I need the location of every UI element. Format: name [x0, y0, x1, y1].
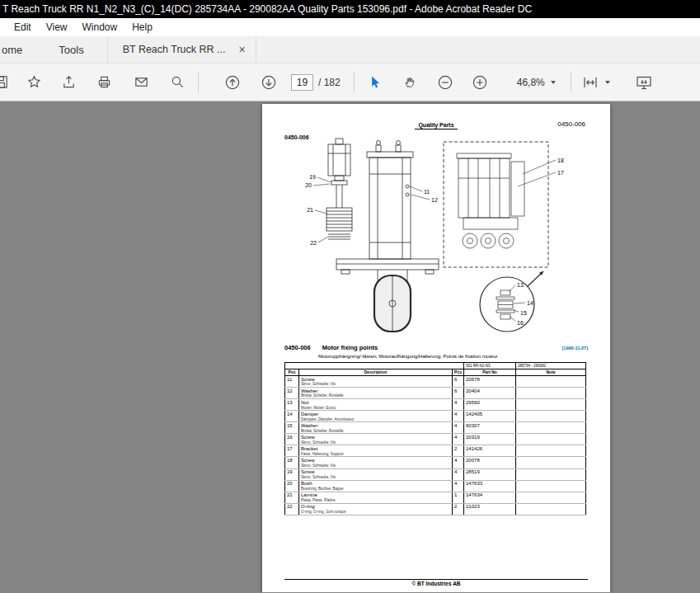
scroll-mode-icon: [635, 74, 653, 91]
cell-note: [516, 422, 586, 434]
cell-qty: 4: [453, 422, 464, 434]
zoom-level-value: 46,8%: [517, 77, 545, 88]
favorites-button[interactable]: [25, 73, 43, 92]
toolbar-separator: [354, 72, 355, 92]
cell-description: O-ringO-ring; O-ring; Joint torique: [299, 503, 453, 515]
save-icon: [0, 74, 9, 90]
scroll-mode-button[interactable]: [635, 73, 653, 92]
toolbar: 19 / 182 46,8%: [0, 64, 700, 101]
cell-pos: 17: [285, 445, 299, 457]
cell-qty: 4: [453, 411, 464, 422]
cell-note: [516, 503, 586, 515]
cell-pos: 13: [285, 399, 299, 411]
cell-pos: 21: [285, 492, 299, 503]
previous-page-button[interactable]: [223, 73, 242, 92]
cell-qty: 6: [453, 388, 464, 399]
menu-view[interactable]: View: [39, 21, 75, 33]
pointer-icon: [367, 74, 383, 90]
callout-19: 19: [309, 174, 316, 180]
cell-description: ScrewSkruv; Schraube; Vis: [299, 457, 453, 468]
zoom-in-button[interactable]: [471, 73, 489, 92]
diagram-motor: [336, 141, 439, 332]
cell-qty: 4: [453, 468, 464, 480]
menu-help[interactable]: Help: [124, 21, 160, 33]
menu-edit[interactable]: Edit: [7, 21, 39, 33]
cell-description: ScrewSkruv; Schraube; Vis: [299, 468, 453, 480]
parts-diagram: 19 20 21 22 11 12 18 17 13 14 15 16: [262, 137, 610, 343]
tab-document-label: BT Reach Truck RR ...: [123, 44, 226, 55]
callout-11: 11: [424, 189, 430, 195]
cell-pos: 22: [285, 503, 299, 515]
star-icon: [26, 74, 42, 90]
col-part: Part No: [464, 369, 516, 376]
cell-qty: 2: [453, 445, 464, 457]
page-number-input[interactable]: 19: [291, 74, 313, 91]
table-row: 16 ScrewSkruv; Schraube; Vis 4 20319: [285, 434, 586, 445]
tab-bar: ome Tools BT Reach Truck RR ... ×: [0, 36, 700, 64]
share-button[interactable]: [59, 73, 78, 92]
zoom-out-button[interactable]: [436, 73, 454, 92]
table-header-row: Pos Description Pcs Part No Note: [285, 369, 586, 376]
cell-pos: 20: [285, 480, 299, 492]
tab-home[interactable]: ome: [0, 36, 35, 63]
callout-15: 15: [520, 310, 527, 316]
cell-part-no: 20078: [464, 457, 516, 468]
section-date: [1996-11-27]: [562, 346, 589, 351]
cell-note: [516, 457, 586, 468]
cell-description: NutMutter; Mutter; Ecrou: [299, 399, 453, 411]
callout-12: 12: [431, 197, 438, 203]
section-heading: 0450-006 Motor fixing points [1996-11-27…: [284, 344, 588, 351]
print-button[interactable]: [95, 73, 113, 92]
window-title-bar: T Reach Truck RR N1_N2_N3_(C)_14(DC) 285…: [0, 0, 700, 18]
cell-description: ScrewSkruv; Schraube; Vis: [299, 434, 453, 445]
cell-part-no: 142405: [464, 411, 516, 422]
table-row: 20 BushBussning; Buchse; Bague 4 147633: [285, 480, 586, 492]
cell-note: [516, 492, 586, 503]
chevron-down-icon: [605, 81, 610, 84]
table-model-code: 301 RR N1-N3: [464, 363, 516, 369]
save-button[interactable]: [0, 73, 10, 92]
cell-pos: 14: [285, 411, 299, 422]
cell-qty: 1: [453, 492, 464, 503]
menu-window[interactable]: Window: [74, 21, 124, 33]
chevron-down-icon: [551, 81, 556, 84]
table-row: 12 WasherBricka; Scheibe; Rondelle 6 204…: [285, 388, 586, 399]
cell-part-no: 20578: [464, 376, 516, 388]
next-page-button[interactable]: [260, 73, 278, 92]
tab-tools[interactable]: Tools: [35, 36, 106, 63]
close-icon[interactable]: ×: [238, 44, 245, 55]
email-button[interactable]: [132, 73, 150, 92]
cell-pos: 15: [285, 422, 299, 434]
cell-part-no: 147634: [464, 492, 516, 503]
cell-part-no: 60307: [464, 422, 516, 434]
cell-note: [516, 376, 586, 388]
cell-description: ScrewSkruv; Schraube; Vis: [299, 376, 453, 388]
document-canvas[interactable]: Quality Parts 0450-006 0450-006: [0, 101, 700, 592]
cell-part-no: 20319: [464, 434, 516, 445]
select-tool-button[interactable]: [366, 73, 384, 92]
callout-14: 14: [527, 300, 533, 306]
cell-pos: 19: [285, 468, 299, 480]
tab-document[interactable]: BT Reach Truck RR ... ×: [107, 36, 256, 63]
page-display-options-button[interactable]: [581, 74, 610, 91]
col-note: Note: [516, 369, 586, 376]
cell-note: [516, 434, 586, 445]
callout-18: 18: [557, 158, 564, 163]
cell-part-no: 28519: [464, 468, 516, 480]
callout-13: 13: [517, 282, 524, 288]
cell-description: BushBussning; Buchse; Bague: [299, 480, 453, 492]
cell-part-no: 21023: [464, 503, 516, 515]
table-row: 18 ScrewSkruv; Schraube; Vis 4 20078: [285, 457, 586, 468]
parts-table: 301 RR N1-N3 285734 - 290082 Pos Descrip…: [284, 362, 586, 515]
toolbar-separator: [198, 72, 199, 92]
table-row: 17 BracketFäste; Halterung; Support 2 14…: [285, 445, 586, 457]
zoom-search-button[interactable]: [168, 73, 186, 92]
hand-tool-button[interactable]: [402, 73, 420, 92]
table-serial-range: 285734 - 290082: [516, 363, 586, 369]
cell-description: WasherBricka; Scheibe; Rondelle: [299, 422, 453, 434]
callout-16: 16: [517, 320, 524, 326]
table-row: 13 NutMutter; Mutter; Ecrou 4 29590: [285, 399, 586, 411]
zoom-level-dropdown[interactable]: 46,8%: [517, 77, 556, 88]
col-desc: Description: [299, 369, 453, 376]
cell-note: [516, 411, 586, 422]
